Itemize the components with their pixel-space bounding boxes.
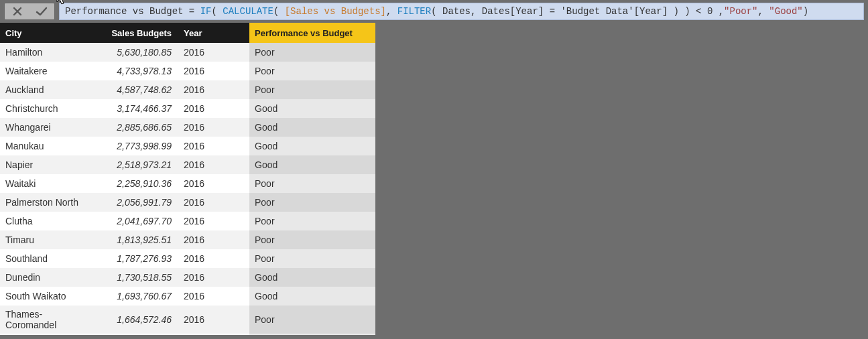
table-row[interactable]: South Waikato1,693,760.672016Good — [0, 287, 375, 306]
cell-year[interactable]: 2016 — [178, 155, 249, 174]
cell-sales[interactable]: 1,583,881.01 — [98, 334, 178, 335]
formula-token: "Good" — [769, 6, 802, 17]
cell-city[interactable]: Clutha — [0, 212, 98, 230]
cell-perf[interactable]: Good — [249, 118, 375, 137]
cell-city[interactable]: Auckland — [0, 80, 98, 99]
cell-city[interactable]: North Shore — [0, 334, 98, 335]
cell-city[interactable]: Napier — [0, 155, 98, 174]
table-row[interactable]: Auckland4,587,748.622016Poor — [0, 80, 375, 99]
commit-button[interactable] — [32, 4, 52, 19]
cell-year[interactable]: 2016 — [178, 99, 249, 118]
cell-sales[interactable]: 4,587,748.62 — [98, 80, 178, 99]
cell-sales[interactable]: 5,630,180.85 — [98, 43, 178, 62]
cell-perf[interactable]: Good — [249, 268, 375, 287]
cell-sales[interactable]: 4,733,978.13 — [98, 62, 178, 80]
table-row[interactable]: Christchurch3,174,466.372016Good — [0, 99, 375, 118]
cell-city[interactable]: Waitaki — [0, 174, 98, 193]
cell-sales[interactable]: 1,693,760.67 — [98, 287, 178, 306]
cell-city[interactable]: Whangarei — [0, 118, 98, 137]
cell-perf[interactable]: Poor — [249, 212, 375, 230]
cell-sales[interactable]: 3,174,466.37 — [98, 99, 178, 118]
formula-bar-controls — [4, 3, 55, 20]
cell-sales[interactable]: 1,664,572.46 — [98, 306, 178, 334]
col-header-city[interactable]: City — [0, 23, 98, 43]
cell-perf[interactable]: Poor — [249, 249, 375, 268]
cell-city[interactable]: Southland — [0, 249, 98, 268]
col-header-sales[interactable]: Sales Budgets — [98, 23, 178, 43]
cell-year[interactable]: 2016 — [178, 287, 249, 306]
table-row[interactable]: North Shore1,583,881.012016Good — [0, 334, 375, 335]
cell-city[interactable]: Thames-Coromandel — [0, 306, 98, 334]
cell-year[interactable]: 2016 — [178, 43, 249, 62]
cell-city[interactable]: Waitakere — [0, 62, 98, 80]
cell-sales[interactable]: 1,730,518.55 — [98, 268, 178, 287]
cell-year[interactable]: 2016 — [178, 306, 249, 334]
cell-year[interactable]: 2016 — [178, 268, 249, 287]
cell-sales[interactable]: 1,787,276.93 — [98, 249, 178, 268]
formula-token: < — [696, 6, 701, 17]
table-header-row: City Sales Budgets Year Performance vs B… — [0, 23, 375, 43]
cell-year[interactable]: 2016 — [178, 212, 249, 230]
formula-token: 'Budget Data'[Year] ) ) — [555, 6, 696, 17]
formula-token: [Sales vs Budgets] — [285, 6, 386, 17]
cell-perf[interactable]: Good — [249, 155, 375, 174]
table-row[interactable]: Waitakere4,733,978.132016Poor — [0, 62, 375, 80]
cell-year[interactable]: 2016 — [178, 80, 249, 99]
cell-perf[interactable]: Poor — [249, 43, 375, 62]
cell-year[interactable]: 2016 — [178, 193, 249, 212]
cell-perf[interactable]: Poor — [249, 306, 375, 334]
cell-sales[interactable]: 2,773,998.99 — [98, 137, 178, 155]
table-row[interactable]: Dunedin1,730,518.552016Good — [0, 268, 375, 287]
cell-sales[interactable]: 2,056,991.79 — [98, 193, 178, 212]
cell-perf[interactable]: Poor — [249, 230, 375, 249]
formula-bar-row: Performance vs Budget = IF( CALCULATE( [… — [0, 0, 868, 23]
cell-sales[interactable]: 2,518,973.21 — [98, 155, 178, 174]
table-row[interactable]: Southland1,787,276.932016Poor — [0, 249, 375, 268]
cell-perf[interactable]: Good — [249, 137, 375, 155]
cell-city[interactable]: Manukau — [0, 137, 98, 155]
cell-year[interactable]: 2016 — [178, 137, 249, 155]
cell-city[interactable]: Timaru — [0, 230, 98, 249]
formula-token: IF — [200, 6, 212, 17]
table-row[interactable]: Whangarei2,885,686.652016Good — [0, 118, 375, 137]
cell-perf[interactable]: Poor — [249, 193, 375, 212]
formula-token: , — [712, 6, 724, 17]
cell-year[interactable]: 2016 — [178, 118, 249, 137]
table-row[interactable]: Thames-Coromandel1,664,572.462016Poor — [0, 306, 375, 334]
cell-year[interactable]: 2016 — [178, 334, 249, 335]
cell-year[interactable]: 2016 — [178, 62, 249, 80]
table-row[interactable]: Napier2,518,973.212016Good — [0, 155, 375, 174]
formula-token: CALCULATE — [223, 6, 273, 17]
table-row[interactable]: Timaru1,813,925.512016Poor — [0, 230, 375, 249]
col-header-perf[interactable]: Performance vs Budget — [249, 23, 375, 43]
cell-city[interactable]: Dunedin — [0, 268, 98, 287]
cell-sales[interactable]: 2,258,910.36 — [98, 174, 178, 193]
cell-city[interactable]: Christchurch — [0, 99, 98, 118]
cell-year[interactable]: 2016 — [178, 249, 249, 268]
cell-city[interactable]: South Waikato — [0, 287, 98, 306]
table-row[interactable]: Palmerston North2,056,991.792016Poor — [0, 193, 375, 212]
cell-sales[interactable]: 2,885,686.65 — [98, 118, 178, 137]
col-header-year[interactable]: Year — [178, 23, 249, 43]
cell-perf[interactable]: Poor — [249, 62, 375, 80]
table-row[interactable]: Waitaki2,258,910.362016Poor — [0, 174, 375, 193]
formula-token — [194, 6, 200, 17]
cancel-button[interactable] — [7, 4, 27, 19]
cell-perf[interactable]: Poor — [249, 174, 375, 193]
cell-perf[interactable]: Good — [249, 287, 375, 306]
table-row[interactable]: Clutha2,041,697.702016Poor — [0, 212, 375, 230]
cell-sales[interactable]: 1,813,925.51 — [98, 230, 178, 249]
formula-token: Performance vs Budget — [65, 6, 189, 17]
cell-perf[interactable]: Good — [249, 99, 375, 118]
formula-input[interactable]: Performance vs Budget = IF( CALCULATE( [… — [59, 3, 864, 20]
table-row[interactable]: Hamilton5,630,180.852016Poor — [0, 43, 375, 62]
cell-perf[interactable]: Good — [249, 334, 375, 335]
cell-city[interactable]: Palmerston North — [0, 193, 98, 212]
cell-sales[interactable]: 2,041,697.70 — [98, 212, 178, 230]
cell-year[interactable]: 2016 — [178, 230, 249, 249]
cell-perf[interactable]: Poor — [249, 80, 375, 99]
cell-year[interactable]: 2016 — [178, 174, 249, 193]
cell-city[interactable]: Hamilton — [0, 43, 98, 62]
table-row[interactable]: Manukau2,773,998.992016Good — [0, 137, 375, 155]
formula-token: = — [550, 6, 555, 17]
